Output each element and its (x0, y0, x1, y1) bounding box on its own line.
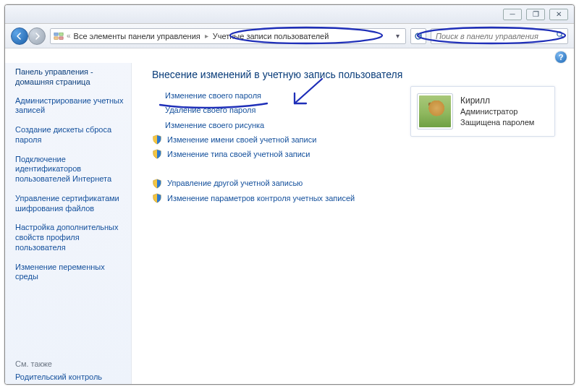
sidebar-item-advanced-profile[interactable]: Настройка дополнительных свойств профиля… (15, 223, 125, 252)
forward-button[interactable] (28, 27, 46, 45)
svg-rect-2 (54, 36, 58, 39)
action-manage-other-account[interactable]: Управление другой учетной записью (152, 178, 562, 188)
control-panel-icon (54, 31, 64, 41)
sidebar-item-env-vars[interactable]: Изменение переменных среды (15, 263, 125, 283)
sidebar-item-manage-accounts[interactable]: Администрирование учетных записей (15, 96, 125, 116)
address-bar[interactable]: « Все элементы панели управления ▸ Учетн… (50, 28, 406, 44)
user-status: Защищена паролем (460, 117, 534, 128)
shield-icon (152, 193, 162, 203)
minimize-button[interactable]: ─ (503, 9, 522, 20)
svg-rect-1 (59, 33, 63, 35)
breadcrumb-root[interactable]: Все элементы панели управления (74, 32, 200, 41)
nav-bar: « Все элементы панели управления ▸ Учетн… (5, 24, 574, 48)
action-change-type[interactable]: Изменение типа своей учетной записи (152, 149, 562, 159)
body: Панель управления - домашняя страница Ад… (5, 63, 574, 384)
sidebar-home-link[interactable]: Панель управления - домашняя страница (15, 67, 125, 88)
back-button[interactable] (11, 27, 28, 45)
action-label: Изменение типа своей учетной записи (167, 149, 310, 159)
shield-icon (152, 149, 162, 159)
sidebar-item-password-reset-disk[interactable]: Создание дискеты сброса пароля (15, 125, 125, 145)
help-row: ? (5, 48, 574, 63)
address-dropdown[interactable]: ▾ (393, 32, 402, 40)
search-box[interactable] (431, 28, 568, 44)
chevron-right-icon: ▸ (203, 32, 210, 40)
action-label: Изменение своего рисунка (165, 120, 264, 130)
action-label: Удаление своего пароля (165, 105, 255, 115)
avatar-frame (417, 93, 453, 129)
page-title: Внесение изменений в учетную запись поль… (152, 69, 562, 80)
svg-rect-0 (54, 33, 58, 35)
user-role: Администратор (460, 106, 534, 117)
refresh-button[interactable] (410, 28, 426, 44)
user-info: Кирилл Администратор Защищена паролем (460, 95, 534, 128)
close-button[interactable]: ✕ (549, 9, 568, 20)
sidebar-item-link-online-ids[interactable]: Подключение идентификаторов пользователе… (15, 155, 125, 184)
see-also-heading: См. также (15, 359, 125, 368)
action-label: Управление другой учетной записью (167, 178, 303, 188)
control-panel-window: ─ ❐ ✕ « Все элементы панели управления ▸… (4, 4, 575, 385)
see-also-parental-controls[interactable]: Родительский контроль (15, 372, 125, 381)
titlebar: ─ ❐ ✕ (5, 5, 574, 24)
search-input[interactable] (434, 31, 556, 41)
help-icon[interactable]: ? (555, 51, 567, 63)
user-name: Кирилл (460, 95, 534, 106)
maximize-button[interactable]: ❐ (526, 9, 545, 20)
breadcrumb-back-chevron[interactable]: « (67, 32, 71, 40)
svg-point-4 (557, 32, 562, 36)
user-card: Кирилл Администратор Защищена паролем (410, 86, 555, 137)
action-label: Изменение имени своей учетной записи (167, 135, 316, 145)
shield-icon (152, 135, 162, 145)
main-content: Внесение изменений в учетную запись поль… (132, 63, 574, 384)
sidebar: Панель управления - домашняя страница Ад… (5, 63, 132, 384)
svg-rect-3 (59, 36, 63, 39)
shield-icon (152, 179, 162, 189)
sidebar-item-manage-certs[interactable]: Управление сертификатами шифрования файл… (15, 194, 125, 214)
search-icon (556, 30, 565, 41)
action-label: Изменение своего пароля (165, 90, 261, 101)
action-label: Изменение параметров контроля учетных за… (167, 193, 355, 203)
svg-line-5 (562, 36, 564, 38)
breadcrumb-current[interactable]: Учетные записи пользователей (213, 32, 329, 41)
action-uac-settings[interactable]: Изменение параметров контроля учетных за… (152, 193, 562, 203)
avatar (419, 95, 451, 127)
